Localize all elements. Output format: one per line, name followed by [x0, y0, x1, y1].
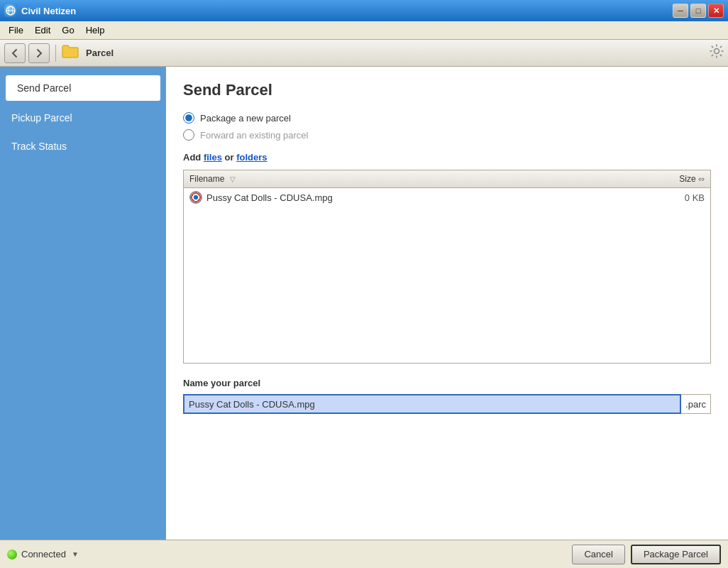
cancel-button[interactable]: Cancel [572, 545, 624, 564]
file-name: Pussy Cat Dolls - CDUSA.mpg [206, 192, 333, 203]
toolbar: Parcel [0, 40, 728, 67]
parcel-name-input[interactable] [183, 394, 681, 414]
close-button[interactable]: ✕ [708, 4, 724, 18]
sidebar-item-pickup-parcel[interactable]: Pickup Parcel [0, 104, 166, 132]
menu-bar: File Edit Go Help [0, 21, 728, 40]
sort-icon: ▽ [230, 175, 236, 183]
menu-go[interactable]: Go [56, 23, 79, 38]
add-files-link[interactable]: files [204, 152, 222, 163]
empty-row [184, 207, 710, 363]
title-bar: Civil Netizen ─ □ ✕ [0, 0, 728, 21]
name-input-row: .parc [183, 394, 711, 414]
connected-dropdown-arrow[interactable]: ▼ [72, 550, 79, 558]
radio-option-new[interactable]: Package a new parcel [183, 112, 711, 124]
add-files-middle: or [222, 152, 236, 163]
file-table-container: Filename ▽ Size ⇔ [183, 170, 711, 364]
radio-new-parcel[interactable] [183, 112, 194, 124]
col-filename[interactable]: Filename ▽ [184, 170, 610, 188]
back-button[interactable] [4, 43, 26, 63]
radio-forward-parcel[interactable] [183, 129, 194, 141]
name-section: Name your parcel .parc [183, 378, 711, 414]
toolbar-location: Parcel [86, 48, 114, 58]
name-label: Name your parcel [183, 378, 711, 388]
radio-option-forward[interactable]: Forward an existing parcel [183, 129, 711, 141]
menu-help[interactable]: Help [80, 23, 111, 38]
file-name-cell: Pussy Cat Dolls - CDUSA.mpg [184, 188, 610, 207]
add-folders-link[interactable]: folders [236, 152, 267, 163]
status-left: Connected ▼ [7, 549, 79, 559]
folder-icon [62, 44, 79, 62]
minimize-button[interactable]: ─ [673, 4, 688, 18]
radio-forward-label: Forward an existing parcel [200, 130, 308, 141]
connected-label: Connected [21, 549, 66, 559]
table-row[interactable]: Pussy Cat Dolls - CDUSA.mpg 0 KB [184, 188, 710, 207]
content-area: Send Parcel Package a new parcel Forward… [166, 67, 728, 540]
main-layout: Send Parcel Pickup Parcel Track Status S… [0, 67, 728, 540]
sidebar: Send Parcel Pickup Parcel Track Status [0, 67, 166, 540]
sidebar-item-track-status[interactable]: Track Status [0, 132, 166, 160]
file-table: Filename ▽ Size ⇔ [184, 170, 710, 363]
parcel-suffix: .parc [681, 394, 711, 414]
file-icon [189, 191, 202, 204]
window-controls: ─ □ ✕ [673, 4, 724, 18]
file-size-cell: 0 KB [610, 188, 710, 207]
status-bar: Connected ▼ Cancel Package Parcel [0, 540, 728, 568]
forward-button[interactable] [28, 43, 50, 63]
maximize-button[interactable]: □ [690, 4, 706, 18]
page-title: Send Parcel [183, 81, 711, 99]
toolbar-divider [55, 45, 56, 62]
app-icon [4, 4, 17, 17]
radio-group: Package a new parcel Forward an existing… [183, 112, 711, 141]
package-parcel-button[interactable]: Package Parcel [631, 545, 721, 564]
app-title: Civil Netizen [21, 6, 76, 16]
svg-point-3 [715, 49, 719, 54]
col-size[interactable]: Size ⇔ [610, 170, 710, 188]
gear-icon[interactable] [710, 44, 724, 62]
menu-file[interactable]: File [3, 23, 29, 38]
sidebar-item-send-parcel[interactable]: Send Parcel [6, 75, 160, 101]
add-files-prefix: Add [183, 152, 204, 163]
status-right: Cancel Package Parcel [572, 545, 721, 564]
radio-new-label: Package a new parcel [200, 113, 291, 124]
col-resize-icon[interactable]: ⇔ [698, 175, 705, 183]
connected-dot [7, 550, 17, 559]
menu-edit[interactable]: Edit [29, 23, 56, 38]
add-files-line: Add files or folders [183, 152, 711, 163]
